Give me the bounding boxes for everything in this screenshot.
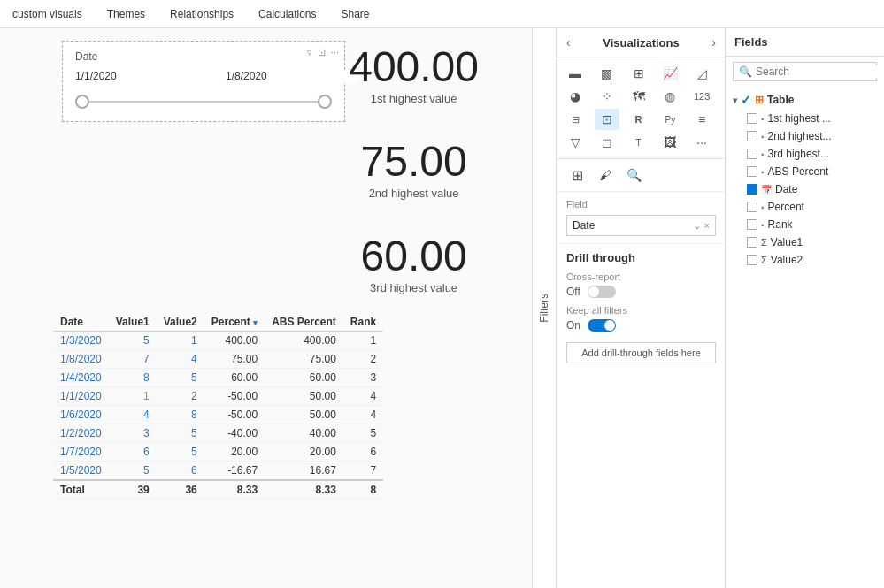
filter-more-icon[interactable]: ··· [331,47,339,58]
viz-icon-image[interactable]: 🖼 [657,132,682,153]
viz-icon-map[interactable]: 🗺 [626,86,651,107]
field-name: Value1 [771,236,803,248]
viz-icon-more[interactable]: ··· [689,132,714,153]
toolbar-relationships[interactable]: Relationships [165,0,239,28]
cell-v1: 1 [109,387,157,406]
field-dropdown[interactable]: Date ⌄ × [566,215,716,236]
group-name: Table [767,94,794,106]
cell-abs: 50.00 [265,406,343,424]
filters-label[interactable]: Filters [538,294,550,323]
viz-nav-right[interactable]: › [711,35,716,50]
toolbar: custom visuals Themes Relationships Calc… [0,0,884,28]
table-icon: ⊞ [755,94,764,106]
viz-icon-card[interactable]: 123 [689,86,714,107]
field-group: ▾ ✓ ⊞ Table ▪ 1st highest ... ▪ 2nd high… [726,90,884,269]
cross-report-toggle[interactable] [588,286,616,298]
viz-icon-py[interactable]: Py [657,109,682,130]
viz-icon-pie[interactable]: ◕ [563,86,588,107]
field-checkbox[interactable] [747,113,757,124]
field-checkbox[interactable] [747,237,757,248]
field-item[interactable]: 📅 Date [726,180,884,198]
cell-abs: 400.00 [265,332,343,350]
viz-icon-filter-viz[interactable]: ▽ [563,132,588,153]
cell-abs: 60.00 [265,369,343,387]
col-header-value2[interactable]: Value2 [157,313,204,332]
col-header-percent[interactable]: Percent ▾ [204,313,265,332]
field-checkbox[interactable] [747,166,757,177]
cell-v2: 5 [157,424,204,443]
cell-date: 1/7/2020 [53,443,109,462]
cell-v1: 8 [109,369,157,387]
kpi-card-3: 60.00 3rd highest value [349,235,479,294]
viz-icon-gauge[interactable]: ◍ [657,86,682,107]
dropdown-clear[interactable]: × [704,220,710,231]
kpi-value-1: 400.00 [349,46,479,88]
col-header-value1[interactable]: Value1 [109,313,157,332]
search-box[interactable]: 🔍 [733,62,877,81]
table-row: 1/3/2020 5 1 400.00 400.00 1 [53,332,383,350]
cell-date: 1/5/2020 [53,462,109,481]
toolbar-share[interactable]: Share [335,0,374,28]
field-checkbox[interactable] [747,131,757,141]
cell-v1: 3 [109,424,157,443]
field-item[interactable]: ▪ ABS Percent [726,163,884,180]
viz-icon-area[interactable]: ◿ [689,63,714,84]
viz-action-format[interactable]: 🖌 [593,164,618,186]
cell-rank: 1 [343,332,383,350]
cell-v2: 4 [157,350,204,369]
add-drillthrough-button[interactable]: Add drill-through fields here [566,342,716,363]
slider-thumb-left[interactable] [75,95,89,109]
toolbar-calculations[interactable]: Calculations [253,0,321,28]
field-checkbox[interactable] [747,184,757,195]
cell-date: 1/4/2020 [53,369,109,387]
viz-icon-cluster-bar[interactable]: ⊞ [626,63,651,84]
field-item[interactable]: ▪ 2nd highest... [726,127,884,145]
field-checkbox[interactable] [747,255,757,265]
col-header-date[interactable]: Date [53,313,109,332]
filter-focus-icon[interactable]: ⊡ [318,47,326,58]
field-item[interactable]: ▪ Percent [726,198,884,216]
toolbar-themes[interactable]: Themes [102,0,150,28]
viz-icon-slicer[interactable]: ≡ [689,109,714,130]
viz-icon-table[interactable]: ⊟ [563,109,588,130]
viz-action-field[interactable]: ⊞ [565,164,589,186]
cell-rank: 3 [343,369,383,387]
viz-nav-left[interactable]: ‹ [566,35,571,50]
slider-thumb-right[interactable] [318,95,332,109]
viz-icon-shape[interactable]: ◻ [595,132,619,153]
viz-icon-textbox[interactable]: T [626,132,651,153]
date-slider[interactable] [75,91,332,112]
field-checkbox[interactable] [747,149,757,159]
field-item[interactable]: ▪ 1st highest ... [726,110,884,127]
dropdown-chevron: ⌄ [693,220,701,232]
viz-icon-stacked-bar[interactable]: ▩ [595,63,619,84]
field-item[interactable]: Σ Value2 [726,251,884,269]
footer-label: Total [53,480,109,500]
cell-pct: -50.00 [204,406,265,424]
viz-icon-scatter[interactable]: ⁘ [595,86,619,107]
date-end-input[interactable] [226,70,358,82]
toolbar-custom-visuals[interactable]: custom visuals [7,0,88,28]
field-group-header[interactable]: ▾ ✓ ⊞ Table [726,90,884,110]
cell-rank: 7 [343,462,383,481]
filter-icons: ▿ ⊡ ··· [307,47,339,58]
date-start-input[interactable] [75,70,208,82]
drill-through-title: Drill through [566,251,716,264]
col-header-abs[interactable]: ABS Percent [265,313,343,332]
viz-icon-line[interactable]: 📈 [657,63,682,84]
search-input[interactable] [756,65,884,78]
keep-filters-toggle[interactable] [588,319,616,332]
col-header-rank[interactable]: Rank [343,313,383,332]
viz-icon-r[interactable]: R [626,109,651,130]
filters-strip[interactable]: Filters [532,28,557,588]
field-checkbox[interactable] [747,202,757,212]
field-item[interactable]: ▪ Rank [726,216,884,233]
field-checkbox[interactable] [747,219,757,230]
field-item[interactable]: Σ Value1 [726,233,884,251]
viz-icon-bar[interactable]: ▬ [563,63,588,84]
field-item[interactable]: ▪ 3rd highest... [726,145,884,163]
filter-funnel-icon[interactable]: ▿ [307,47,312,58]
cell-pct: 20.00 [204,443,265,462]
viz-action-analytics[interactable]: 🔍 [621,164,646,186]
viz-icon-matrix[interactable]: ⊡ [595,109,619,130]
